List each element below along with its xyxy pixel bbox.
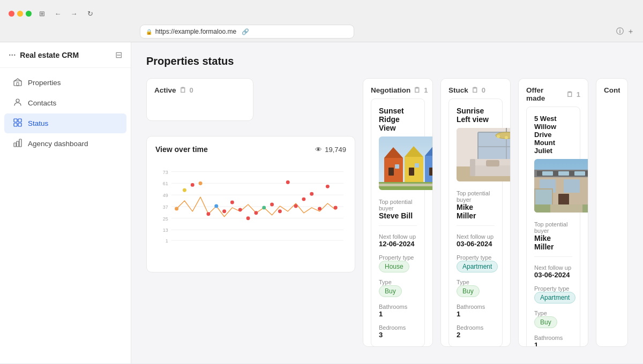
svg-point-31	[230, 201, 234, 204]
sidebar-item-properties[interactable]: Properties	[4, 73, 126, 93]
offer-col-icon: 🗒	[566, 90, 573, 98]
brand: ··· Real estate CRM	[9, 50, 79, 60]
offer-col-count: 1	[577, 90, 580, 98]
stuck-col-count: 0	[482, 86, 485, 94]
svg-point-43	[326, 185, 330, 188]
forward-button[interactable]: →	[68, 7, 80, 19]
type-tag-sunset: Buy	[379, 285, 402, 297]
back-button[interactable]: ←	[52, 7, 64, 19]
sidebar-toggle-btn[interactable]: ⊞	[36, 7, 48, 19]
svg-rect-96	[470, 159, 475, 176]
main-content: Properties status Active 🗒 0 View over t…	[131, 42, 643, 363]
svg-rect-1	[17, 82, 19, 86]
chart-count-value: 19,749	[325, 146, 346, 154]
bedrooms-sunrise: 2	[457, 331, 495, 339]
svg-rect-9	[19, 139, 21, 147]
svg-point-39	[294, 204, 298, 208]
active-col-icon: 🗒	[180, 86, 186, 94]
browser-addressbar: 🔒 https://example.formaloo.me 🔗 ⓘ ＋	[0, 21, 643, 42]
active-column: Active 🗒 0	[146, 78, 253, 121]
svg-point-29	[214, 204, 218, 208]
svg-rect-6	[18, 123, 21, 126]
follow-up-label-sunset: Next follow up	[379, 233, 417, 240]
svg-point-38	[286, 180, 290, 184]
address-bar[interactable]: 🔒 https://example.formaloo.me 🔗	[140, 25, 354, 39]
contract-col-header: Contract	[604, 86, 620, 94]
follow-up-sunrise: 03-06-2024	[457, 240, 495, 248]
dashboard-label: Agency dashboard	[28, 140, 88, 148]
brand-name: Real estate CRM	[20, 51, 79, 59]
properties-label: Properties	[28, 79, 61, 87]
svg-point-28	[206, 212, 210, 216]
type-label-willow: Type	[534, 310, 572, 316]
property-card-sunrise[interactable]: Sunrise Left view	[448, 98, 503, 347]
svg-point-32	[238, 208, 242, 211]
follow-up-label-willow: Next follow up	[534, 264, 572, 271]
sidebar-item-agency-dashboard[interactable]: Agency dashboard	[4, 134, 126, 154]
top-buyer-label-sunset: Top potential buyer	[379, 199, 417, 211]
negotiation-col-count: 1	[424, 86, 428, 94]
svg-point-33	[246, 216, 250, 220]
active-col-label: Active	[154, 86, 176, 94]
bathrooms-sunset: 1	[379, 310, 417, 318]
svg-rect-117	[550, 204, 582, 213]
type-tag-sunrise: Buy	[457, 285, 480, 297]
contract-column: Contract	[596, 78, 628, 347]
link-icon: 🔗	[242, 28, 249, 35]
sidebar: ··· Real estate CRM ⊟ Properties	[0, 42, 131, 363]
svg-rect-69	[415, 163, 419, 168]
chart-title: View over time	[155, 145, 208, 154]
stuck-col-label: Stuck	[448, 86, 468, 94]
contract-col-label: Contract	[604, 86, 620, 94]
svg-point-44	[334, 206, 338, 209]
brand-icon: ···	[9, 50, 16, 60]
svg-rect-81	[379, 184, 433, 186]
eye-icon: 👁	[315, 146, 322, 154]
new-tab-icon[interactable]: ＋	[627, 27, 634, 36]
svg-rect-7	[14, 143, 16, 147]
svg-point-26	[191, 183, 195, 187]
contacts-label: Contacts	[28, 99, 56, 107]
svg-point-41	[310, 192, 313, 196]
svg-rect-3	[14, 119, 17, 122]
stuck-col-header: Stuck 🗒 0	[448, 86, 503, 94]
top-buyer-willow: Mike Miller	[534, 234, 572, 251]
svg-point-91	[497, 135, 500, 138]
refresh-button[interactable]: ↻	[84, 7, 96, 19]
svg-rect-64	[388, 168, 394, 176]
top-buyer-label-sunrise: Top potential buyer	[457, 190, 495, 203]
chart-total: 👁 19,749	[315, 146, 346, 154]
svg-rect-108	[542, 171, 553, 176]
top-buyer-label-willow: Top potential buyer	[534, 221, 572, 234]
svg-rect-0	[14, 81, 21, 86]
prop-type-label-sunset: Property type	[379, 254, 417, 261]
svg-rect-112	[564, 179, 580, 193]
negotiation-col-header: Negotiation 🗒 1	[371, 86, 425, 94]
bathrooms-label-sunrise: Bathrooms	[457, 304, 495, 310]
svg-rect-65	[395, 164, 399, 169]
negotiation-column: Negotiation 🗒 1 Sunset Ridge View	[363, 78, 433, 347]
svg-rect-109	[558, 171, 569, 176]
property-card-sunset[interactable]: Sunset Ridge View	[371, 98, 425, 347]
maximize-button[interactable]	[26, 11, 32, 17]
card-title-willow: 5 West Willow Drive Mount Juliet	[534, 115, 572, 155]
sunrise-image	[457, 128, 511, 181]
close-button[interactable]	[9, 11, 14, 17]
bathrooms-sunrise: 1	[457, 310, 495, 318]
svg-rect-5	[14, 123, 17, 126]
info-icon[interactable]: ⓘ	[616, 27, 624, 36]
follow-up-label-sunrise: Next follow up	[457, 233, 495, 240]
prop-type-tag-sunrise: Apartment	[457, 261, 498, 272]
svg-text:25: 25	[163, 216, 168, 222]
minimize-button[interactable]	[17, 11, 23, 17]
willow-image	[534, 159, 588, 213]
svg-point-35	[262, 206, 266, 209]
negotiation-col-label: Negotiation	[371, 86, 410, 94]
svg-point-40	[302, 198, 305, 201]
sidebar-item-status[interactable]: Status	[4, 113, 126, 133]
svg-point-37	[278, 209, 282, 213]
sidebar-toggle-icon[interactable]: ⊟	[115, 50, 122, 60]
bathrooms-willow: 1	[534, 341, 572, 347]
property-card-willow[interactable]: 5 West Willow Drive Mount Juliet	[526, 107, 580, 347]
sidebar-item-contacts[interactable]: Contacts	[4, 93, 126, 113]
